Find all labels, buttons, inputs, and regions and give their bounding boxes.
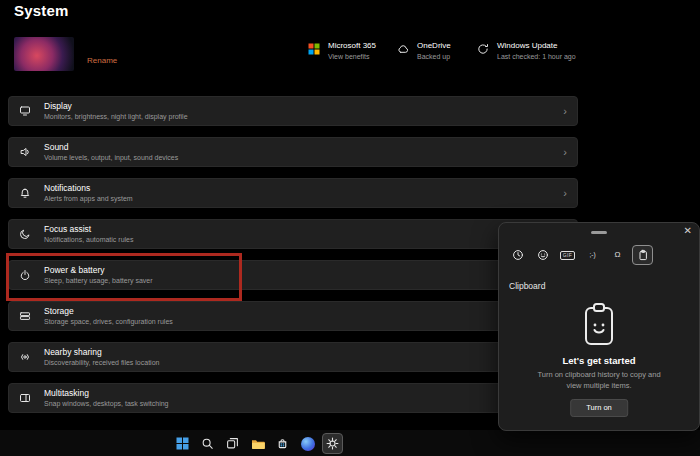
chevron-right-icon: › xyxy=(563,106,567,117)
row-subtitle: Sleep, battery usage, battery saver xyxy=(44,277,153,284)
task-view-icon[interactable] xyxy=(222,433,243,454)
clipboard-illustration xyxy=(581,301,617,353)
settings-row-sound[interactable]: Sound Volume levels, output, input, soun… xyxy=(8,137,578,167)
row-title: Sound xyxy=(44,143,178,152)
row-subtitle: Storage space, drives, configuration rul… xyxy=(44,318,173,325)
edge-icon[interactable] xyxy=(297,433,318,454)
clipboard-icon[interactable] xyxy=(632,245,653,265)
row-title: Display xyxy=(44,102,188,111)
panel-heading: Let's get started xyxy=(499,355,699,366)
status-subtitle: Last checked: 1 hour ago xyxy=(497,53,576,60)
settings-row-focus-assist[interactable]: Focus assist Notifications, automatic ru… xyxy=(8,219,578,249)
notifications-bell-icon xyxy=(19,187,33,199)
onedrive-cloud-icon xyxy=(397,42,410,55)
panel-tab-bar: GIF ;-) Ω xyxy=(507,245,653,265)
row-subtitle: Notifications, automatic rules xyxy=(44,236,133,243)
settings-row-notifications[interactable]: Notifications Alerts from apps and syste… xyxy=(8,178,578,208)
row-title: Storage xyxy=(44,307,173,316)
chevron-right-icon: › xyxy=(563,188,567,199)
settings-row-multitasking[interactable]: Multitasking Snap windows, desktops, tas… xyxy=(8,383,578,413)
panel-description: Turn on clipboard history to copy and vi… xyxy=(533,369,665,392)
row-title: Notifications xyxy=(44,184,133,193)
status-subtitle: Backed up xyxy=(417,53,451,60)
taskbar xyxy=(0,430,700,456)
start-button[interactable] xyxy=(172,433,193,454)
rename-link[interactable]: Rename xyxy=(87,56,117,65)
settings-row-nearby-sharing[interactable]: Nearby sharing Discoverability, received… xyxy=(8,342,578,372)
settings-gear-icon[interactable] xyxy=(322,433,343,454)
file-explorer-icon[interactable] xyxy=(247,433,268,454)
microsoft-logo-icon xyxy=(308,42,321,55)
device-preview-thumbnail xyxy=(14,37,74,71)
nearby-sharing-icon xyxy=(19,351,33,363)
emoji-icon[interactable] xyxy=(532,245,553,265)
row-title: Nearby sharing xyxy=(44,348,159,357)
symbols-icon[interactable]: Ω xyxy=(607,245,628,265)
status-windows-update[interactable]: Windows Update Last checked: 1 hour ago xyxy=(477,42,576,60)
status-onedrive[interactable]: OneDrive Backed up xyxy=(397,42,451,60)
multitasking-icon xyxy=(19,392,33,404)
store-icon[interactable] xyxy=(272,433,293,454)
settings-row-display[interactable]: Display Monitors, brightness, night ligh… xyxy=(8,96,578,126)
focus-assist-moon-icon xyxy=(19,228,33,240)
kaomoji-icon[interactable]: ;-) xyxy=(582,245,603,265)
row-title: Multitasking xyxy=(44,389,169,398)
recent-clock-icon[interactable] xyxy=(507,245,528,265)
windows-update-icon xyxy=(477,42,490,55)
row-subtitle: Alerts from apps and system xyxy=(44,195,133,202)
search-icon[interactable] xyxy=(197,433,218,454)
status-title: Microsoft 365 xyxy=(328,42,376,50)
status-title: Windows Update xyxy=(497,42,576,50)
display-icon xyxy=(19,105,33,117)
page-title: System xyxy=(14,2,69,19)
row-subtitle: Discoverability, received files location xyxy=(44,359,159,366)
settings-row-storage[interactable]: Storage Storage space, drives, configura… xyxy=(8,301,578,331)
status-subtitle: View benefits xyxy=(328,53,376,60)
clipboard-panel: ✕ GIF ;-) Ω Clipboard Let's get star xyxy=(498,222,700,431)
panel-section-label: Clipboard xyxy=(509,281,545,291)
status-title: OneDrive xyxy=(417,42,451,50)
gif-icon[interactable]: GIF xyxy=(557,245,578,265)
settings-row-power-battery[interactable]: Power & battery Sleep, battery usage, ba… xyxy=(8,260,578,290)
row-subtitle: Volume levels, output, input, sound devi… xyxy=(44,154,178,161)
row-subtitle: Monitors, brightness, night light, displ… xyxy=(44,113,188,120)
row-subtitle: Snap windows, desktops, task switching xyxy=(44,400,169,407)
storage-icon xyxy=(19,310,33,322)
status-microsoft-365[interactable]: Microsoft 365 View benefits xyxy=(308,42,376,60)
close-icon[interactable]: ✕ xyxy=(684,225,692,236)
power-icon xyxy=(19,269,33,281)
panel-drag-handle[interactable] xyxy=(591,231,607,234)
turn-on-button[interactable]: Turn on xyxy=(570,399,628,417)
chevron-right-icon: › xyxy=(563,147,567,158)
row-title: Focus assist xyxy=(44,225,133,234)
row-title: Power & battery xyxy=(44,266,153,275)
sound-icon xyxy=(19,146,33,158)
